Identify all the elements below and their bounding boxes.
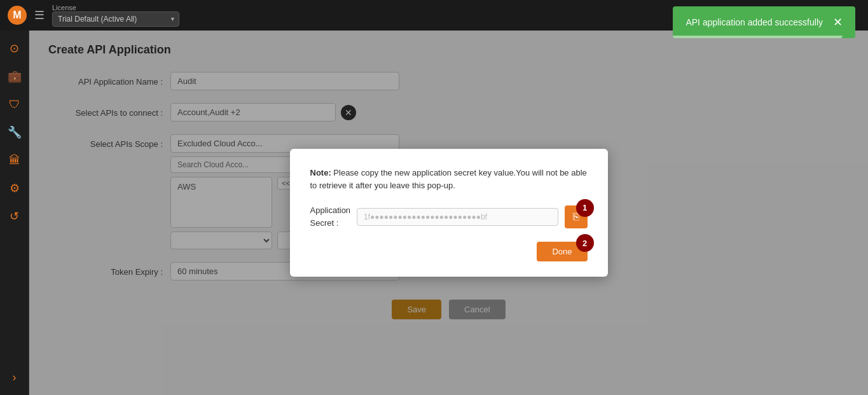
- copy-btn-container: 1 ⎘: [565, 205, 588, 228]
- sidebar-item-history[interactable]: ↺: [2, 204, 27, 229]
- toast-close-button[interactable]: ✕: [833, 15, 843, 29]
- note-bold: Note:: [310, 168, 331, 177]
- sidebar-item-settings[interactable]: ⚙: [2, 176, 27, 201]
- modal-actions: 2 Done: [310, 242, 588, 261]
- toast-message: API application added successfully: [685, 17, 823, 27]
- license-dropdown-wrapper: Trial Default (Active All): [52, 11, 179, 27]
- sidebar-item-tools[interactable]: 🔧: [2, 120, 27, 145]
- secret-label: Application Secret :: [310, 204, 351, 229]
- sidebar-item-security[interactable]: 🛡: [2, 92, 27, 117]
- sidebar-item-expand[interactable]: ›: [2, 364, 27, 390]
- sidebar: ⊙ 💼 🛡 🔧 🏛 ⚙ ↺ ›: [0, 31, 29, 395]
- done-btn-container: 2 Done: [537, 242, 587, 261]
- license-dropdown[interactable]: Trial Default (Active All): [52, 11, 179, 27]
- step2-badge: 2: [576, 234, 594, 252]
- menu-icon[interactable]: ☰: [34, 8, 45, 22]
- toast-progress-bar: [673, 36, 843, 38]
- modal-dialog: Note: Please copy the new application se…: [290, 149, 608, 277]
- sidebar-item-compliance[interactable]: 🏛: [2, 148, 27, 173]
- step1-badge: 1: [576, 199, 594, 217]
- license-label: License: [52, 4, 179, 11]
- main-layout: ⊙ 💼 🛡 🔧 🏛 ⚙ ↺ › Create API Application A…: [0, 31, 868, 395]
- sidebar-item-dashboard[interactable]: ⊙: [2, 36, 27, 61]
- license-section: License Trial Default (Active All): [52, 4, 179, 27]
- note-text: Please copy the new application secret k…: [310, 168, 587, 190]
- modal-note: Note: Please copy the new application se…: [310, 167, 588, 191]
- app-logo: M: [8, 6, 27, 25]
- main-content: Create API Application API Application N…: [29, 31, 868, 395]
- toast-notification: API application added successfully ✕: [673, 6, 855, 38]
- sidebar-item-inventory[interactable]: 💼: [2, 64, 27, 89]
- modal-overlay: Note: Please copy the new application se…: [29, 31, 868, 395]
- secret-value-input[interactable]: [357, 208, 558, 226]
